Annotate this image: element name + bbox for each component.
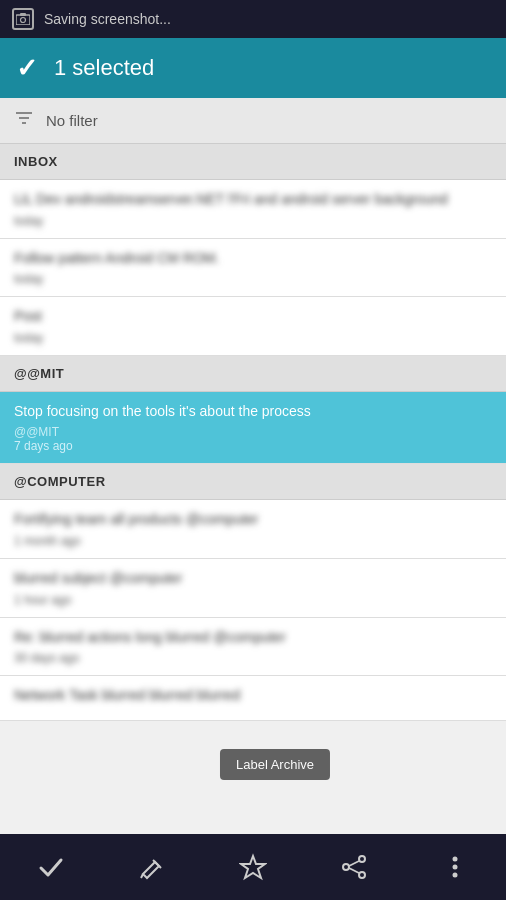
status-bar: Saving screenshot... [0,0,506,38]
svg-rect-2 [20,13,26,16]
email-sender: 1 hour ago [14,593,492,607]
filter-icon [14,108,34,133]
at-computer-label: @COMPUTER [14,474,106,489]
email-subject: Re: blurred actions long blurred @comput… [14,628,492,648]
share-button[interactable] [330,843,378,891]
email-subject: Network Task blurred blurred blurred [14,686,492,706]
list-item[interactable]: Network Task blurred blurred blurred [0,676,506,721]
email-sender: today [14,214,492,228]
svg-point-1 [21,18,26,23]
check-button[interactable] [27,843,75,891]
star-button[interactable] [229,843,277,891]
email-sender: 30 days ago [14,651,492,665]
more-button[interactable] [431,843,479,891]
status-bar-text: Saving screenshot... [44,11,171,27]
email-subject: LiL Dev androidstreamserver.NET l'Fri an… [14,190,492,210]
svg-point-11 [359,872,365,878]
bottom-bar [0,834,506,900]
email-subject: Follow pattern Android CM ROM. [14,249,492,269]
list-item[interactable]: Re: blurred actions long blurred @comput… [0,618,506,677]
action-bar: ✓ 1 selected [0,38,506,98]
svg-line-13 [349,868,359,873]
svg-line-12 [349,861,359,866]
tooltip-popup: Label Archive [220,749,330,780]
email-sender: today [14,272,492,286]
tooltip-text: Label Archive [236,757,314,772]
at-mit-label: @@MIT [14,366,64,381]
filter-label: No filter [46,112,98,129]
list-item[interactable]: Follow pattern Android CM ROM. today [0,239,506,298]
svg-point-15 [453,865,458,870]
at-computer-section-header: @COMPUTER [0,464,506,500]
email-time: 7 days ago [14,439,492,453]
filter-bar[interactable]: No filter [0,98,506,144]
svg-point-16 [453,873,458,878]
action-bar-checkmark[interactable]: ✓ [16,53,38,84]
svg-marker-8 [241,856,265,878]
screenshot-icon [12,8,34,30]
svg-line-7 [141,874,143,878]
inbox-section-header: INBOX [0,144,506,180]
list-item[interactable]: Post today [0,297,506,356]
svg-point-14 [453,857,458,862]
email-subject: Stop focusing on the tools it's about th… [14,402,492,422]
email-subject: blurred subject @computer [14,569,492,589]
list-item[interactable]: blurred subject @computer 1 hour ago [0,559,506,618]
action-bar-title: 1 selected [54,55,154,81]
inbox-label: INBOX [14,154,58,169]
edit-button[interactable] [128,843,176,891]
email-subject: Fortifying team all products @computer [14,510,492,530]
content-area: INBOX LiL Dev androidstreamserver.NET l'… [0,144,506,834]
email-subject: Post [14,307,492,327]
svg-point-9 [359,856,365,862]
list-item[interactable]: Fortifying team all products @computer 1… [0,500,506,559]
at-mit-section-header: @@MIT [0,356,506,392]
list-item[interactable]: LiL Dev androidstreamserver.NET l'Fri an… [0,180,506,239]
svg-rect-0 [16,15,30,25]
list-item[interactable]: Stop focusing on the tools it's about th… [0,392,506,465]
email-sender: today [14,331,492,345]
svg-point-10 [343,864,349,870]
email-sender: @@MIT [14,425,492,439]
email-sender: 1 month ago [14,534,492,548]
